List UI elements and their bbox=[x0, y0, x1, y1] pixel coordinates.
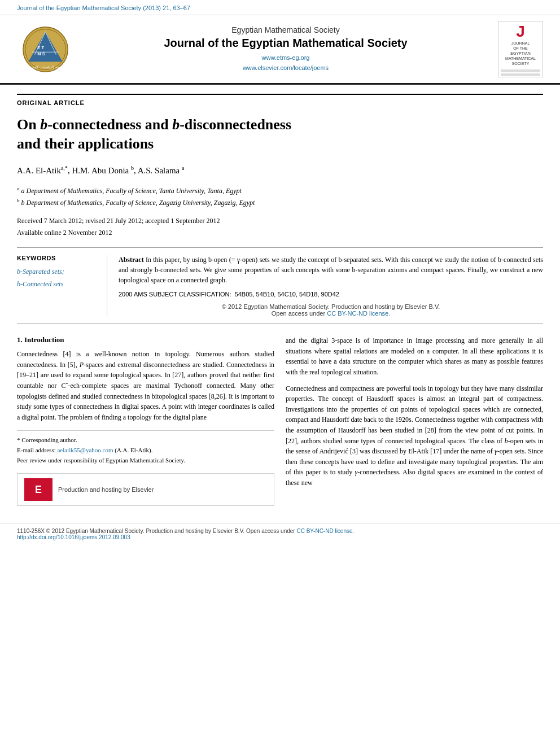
keyword-2: b-Connected sets bbox=[17, 278, 98, 291]
dates-section: Received 7 March 2012; revised 21 July 2… bbox=[17, 215, 543, 238]
author1-sup: a,* bbox=[61, 165, 68, 171]
ams-codes: 54B05, 54B10, 54C10, 54D18, 90D42 bbox=[235, 291, 339, 298]
email-name: (A.A. El-Atik). bbox=[115, 447, 152, 453]
column-left: 1. Introduction Connectedness [4] is a w… bbox=[17, 335, 274, 506]
intro-right-p1: and the digital 3-space is of importance… bbox=[286, 335, 543, 377]
keywords-panel: KEYWORDS b-Separated sets; b-Connected s… bbox=[17, 255, 107, 317]
title-b2: b bbox=[172, 116, 180, 133]
doi-link[interactable]: http://dx.doi.org/10.1016/j.joems.2012.0… bbox=[17, 534, 130, 540]
journal-right-logo: J JOURNALOF THEEGYPTIANMATHEMATICALSOCIE… bbox=[498, 21, 543, 77]
copyright-line: © 2012 Egyptian Mathematical Society. Pr… bbox=[119, 303, 543, 317]
svg-text:E T: E T bbox=[37, 45, 44, 50]
affiliation-b: b b Department of Mathematics, Faculty o… bbox=[17, 196, 543, 208]
bottom-issn: 1110-256X © 2012 Egyptian Mathematical S… bbox=[17, 528, 543, 534]
journal-header: E T M S جمعية الرياضيات المصرية Egyptian… bbox=[0, 15, 560, 85]
author3-name: , A.S. Salama bbox=[134, 166, 182, 175]
two-column-body: 1. Introduction Connectedness [4] is a w… bbox=[17, 335, 543, 506]
svg-text:M S: M S bbox=[37, 51, 45, 56]
connectedness-word: Connectedness bbox=[17, 350, 58, 358]
keyword-1: b-Separated sets; bbox=[17, 266, 98, 278]
journal-url-2[interactable]: www.elsevier.com/locate/joems bbox=[243, 64, 329, 71]
abstract-label: Abstract bbox=[119, 256, 144, 264]
j-logo-text: JOURNALOF THEEGYPTIANMATHEMATICALSOCIETY bbox=[505, 41, 536, 66]
elsevier-logo: E bbox=[24, 478, 53, 501]
abstract-body: In this paper, by using b-open (= γ-open… bbox=[119, 256, 543, 284]
society-name: Egyptian Mathematical Society bbox=[79, 25, 492, 34]
intro-left-p1: Connectedness [4] is a well-known notion… bbox=[17, 349, 274, 422]
keywords-title: KEYWORDS bbox=[17, 255, 98, 261]
journal-header-center: Egyptian Mathematical Society Journal of… bbox=[79, 25, 492, 73]
email-label: E-mail address: bbox=[17, 447, 57, 453]
intro-right-p2: Connectedness and compactness are powerf… bbox=[286, 383, 543, 488]
author1-name: A.A. El-Atik bbox=[17, 166, 61, 175]
copyright-text: © 2012 Egyptian Mathematical Society. Pr… bbox=[222, 303, 440, 310]
footnote-email: E-mail address: aelatik55@yahoo.com (A.A… bbox=[17, 445, 274, 456]
affiliation-a: a a Department of Mathematics, Faculty o… bbox=[17, 185, 543, 196]
journal-left-logo: E T M S جمعية الرياضيات المصرية bbox=[17, 24, 73, 75]
elsevier-label: Production and hosting by Elsevier bbox=[58, 486, 154, 493]
bottom-bar: 1110-256X © 2012 Egyptian Mathematical S… bbox=[0, 523, 560, 545]
journal-title: Journal of the Egyptian Mathematical Soc… bbox=[79, 37, 492, 50]
footnotes: * Corresponding author. E-mail address: … bbox=[17, 430, 274, 465]
author2-name: , H.M. Abu Donia bbox=[68, 166, 131, 175]
j-letter: J bbox=[516, 24, 525, 40]
column-right: and the digital 3-space is of importance… bbox=[286, 335, 543, 506]
svg-text:جمعية الرياضيات المصرية: جمعية الرياضيات المصرية bbox=[27, 65, 63, 69]
author3-sup: a bbox=[182, 165, 184, 171]
title-applications: and their applications bbox=[17, 136, 154, 152]
title-disconnectedness: -disconnectedness bbox=[180, 116, 291, 133]
intro-section-title: 1. Introduction bbox=[17, 335, 274, 344]
peer-review-note: Peer review under responsibility of Egyp… bbox=[17, 456, 274, 466]
article-content: ORIGINAL ARTICLE On b-connectedness and … bbox=[0, 85, 560, 517]
journal-url-1[interactable]: www.etms-eg.org bbox=[262, 54, 310, 61]
article-type: ORIGINAL ARTICLE bbox=[17, 94, 543, 106]
abstract-keywords-box: KEYWORDS b-Separated sets; b-Connected s… bbox=[17, 247, 543, 324]
title-b1: b bbox=[40, 116, 47, 133]
footnote-corresponding: * Corresponding author. bbox=[17, 435, 274, 445]
journal-urls: www.etms-eg.org www.elsevier.com/locate/… bbox=[79, 53, 492, 73]
affiliations: a a Department of Mathematics, Faculty o… bbox=[17, 185, 543, 209]
elsevier-journal-logo-box: J JOURNALOF THEEGYPTIANMATHEMATICALSOCIE… bbox=[498, 21, 543, 77]
bottom-doi: http://dx.doi.org/10.1016/j.joems.2012.0… bbox=[17, 534, 543, 540]
license-link[interactable]: CC BY-NC-ND license. bbox=[327, 310, 390, 317]
elsevier-box: E Production and hosting by Elsevier bbox=[17, 473, 274, 506]
abstract-panel: Abstract In this paper, by using b-open … bbox=[107, 255, 543, 317]
bottom-license-link[interactable]: CC BY-NC-ND license. bbox=[296, 528, 354, 534]
journal-link-bar: Journal of the Egyptian Mathematical Soc… bbox=[0, 0, 560, 15]
received-date: Received 7 March 2012; revised 21 July 2… bbox=[17, 215, 543, 226]
email-link[interactable]: aelatik55@yahoo.com bbox=[57, 447, 113, 453]
journal-reference-link[interactable]: Journal of the Egyptian Mathematical Soc… bbox=[17, 5, 190, 11]
title-connectedness: -connectedness and bbox=[47, 116, 172, 133]
ams-classification: 2000 AMS SUBJECT CLASSIFICATION: 54B05, … bbox=[119, 291, 543, 298]
article-title: On b-connectedness and b-disconnectednes… bbox=[17, 115, 543, 154]
abstract-text: Abstract In this paper, by using b-open … bbox=[119, 255, 543, 285]
title-text-on: On bbox=[17, 116, 40, 133]
page: Journal of the Egyptian Mathematical Soc… bbox=[0, 0, 560, 747]
authors-line: A.A. El-Atika,*, H.M. Abu Donia b, A.S. … bbox=[17, 165, 543, 176]
available-date: Available online 2 November 2012 bbox=[17, 227, 543, 238]
ams-label: 2000 AMS SUBJECT CLASSIFICATION: bbox=[119, 291, 231, 298]
j-logo-lines bbox=[501, 69, 540, 77]
